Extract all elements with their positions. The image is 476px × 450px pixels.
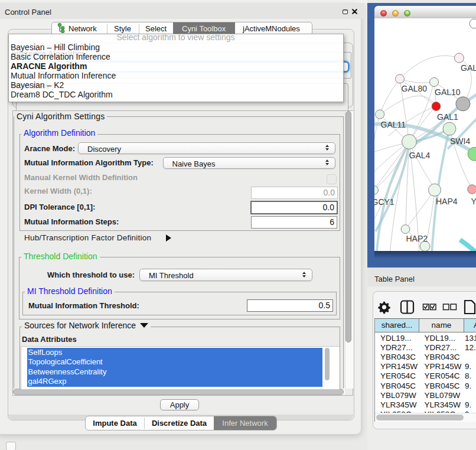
svg-text:GAL1: GAL1 [437, 112, 458, 122]
svg-text:HAP4: HAP4 [436, 197, 458, 206]
svg-text:GAL4: GAL4 [409, 151, 431, 160]
svg-text:GAL10: GAL10 [435, 87, 461, 97]
svg-text:YJL: YJL [471, 197, 476, 206]
svg-text:GAL80: GAL80 [402, 84, 428, 93]
svg-text:GCY1: GCY1 [374, 197, 395, 207]
svg-text:HAP2: HAP2 [406, 234, 428, 243]
svg-text:GAL11: GAL11 [381, 120, 406, 129]
svg-text:GAL2: GAL2 [461, 63, 476, 73]
svg-text:SWI4: SWI4 [450, 136, 470, 146]
